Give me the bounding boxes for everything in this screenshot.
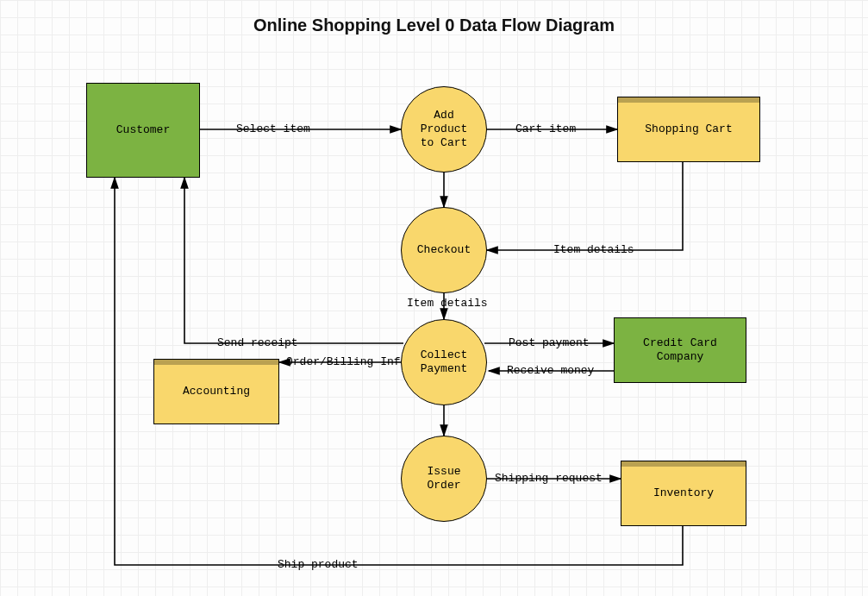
- flow-label-order-billing: Order/Billing Info: [284, 355, 409, 368]
- entity-customer: Customer: [86, 83, 200, 178]
- entity-credit-card-company-label: Credit Card Company: [643, 336, 717, 365]
- datastore-inventory: Inventory: [621, 461, 746, 526]
- process-add-product-to-cart-label: Add Product to Cart: [421, 109, 468, 151]
- entity-customer-label: Customer: [116, 123, 170, 137]
- arrow-item-details-cart: [487, 162, 683, 250]
- process-issue-order-label: Issue Order: [427, 465, 460, 493]
- flow-label-receive-money: Receive money: [505, 364, 596, 377]
- arrow-send-receipt: [184, 178, 403, 343]
- diagram-canvas: Online Shopping Level 0 Data Flow Diagra…: [0, 0, 868, 596]
- datastore-accounting: Accounting: [153, 359, 279, 424]
- diagram-title: Online Shopping Level 0 Data Flow Diagra…: [0, 16, 868, 35]
- datastore-accounting-label: Accounting: [183, 385, 250, 398]
- process-issue-order: Issue Order: [401, 436, 487, 522]
- process-add-product-to-cart: Add Product to Cart: [401, 86, 487, 173]
- process-collect-payment: Collect Payment: [401, 319, 487, 405]
- datastore-inventory-label: Inventory: [653, 486, 714, 500]
- flow-label-shipping-request: Shipping request: [493, 472, 604, 485]
- process-checkout: Checkout: [401, 207, 487, 293]
- flow-label-item-details-chk: Item details: [405, 297, 490, 310]
- process-collect-payment-label: Collect Payment: [421, 348, 468, 377]
- process-checkout-label: Checkout: [417, 243, 471, 257]
- datastore-shopping-cart: Shopping Cart: [617, 97, 760, 162]
- flow-label-post-payment: Post payment: [507, 336, 591, 349]
- flow-label-item-details-cart: Item details: [552, 243, 636, 256]
- entity-credit-card-company: Credit Card Company: [614, 317, 746, 383]
- datastore-shopping-cart-label: Shopping Cart: [645, 122, 732, 136]
- flow-label-ship-product: Ship product: [276, 558, 360, 571]
- flow-label-cart-item: Cart item: [514, 122, 578, 135]
- flow-label-select-item: Select item: [234, 122, 312, 135]
- flow-label-send-receipt: Send receipt: [215, 336, 300, 349]
